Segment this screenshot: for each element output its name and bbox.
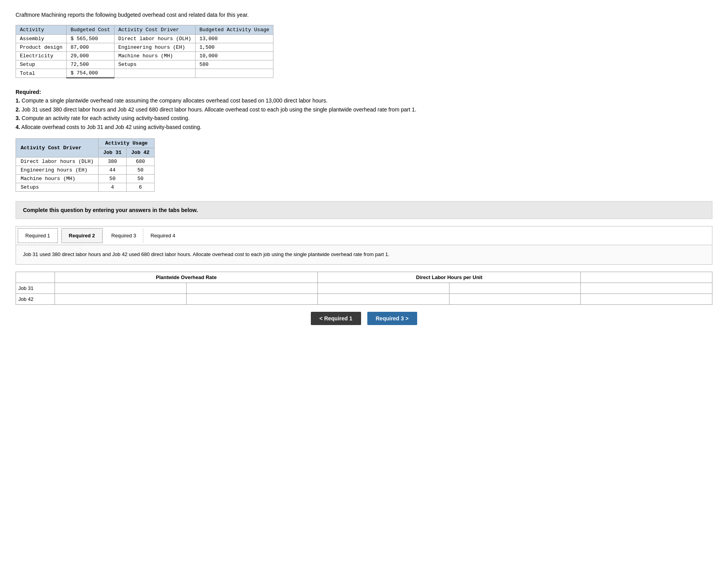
budget-cell: Engineering hours (EH) [114, 43, 195, 52]
activity-table: Activity Cost Driver Activity Usage Job … [16, 138, 155, 192]
tab-content: Job 31 used 380 direct labor hours and J… [16, 245, 712, 265]
activity-cell: 4 [99, 183, 127, 191]
budget-cell: 13,000 [195, 35, 273, 43]
budget-cell: 29,000 [67, 52, 114, 60]
intro-text: Craftmore Machining reports the followin… [16, 12, 712, 18]
main-col-overhead: Overhead Allocated [581, 272, 712, 283]
complete-box: Complete this question by entering your … [16, 201, 712, 219]
activity-cell: Machine hours (MH) [16, 174, 99, 183]
budget-cell: $ 565,500 [67, 35, 114, 43]
activity-cell: Setups [16, 183, 99, 191]
activity-cell: 44 [99, 166, 127, 174]
budget-cell: Setups [114, 60, 195, 69]
main-input-cell[interactable] [322, 296, 445, 302]
budget-col-activity: Activity [16, 25, 67, 35]
budget-cell: 87,000 [67, 43, 114, 52]
main-input-cell[interactable] [59, 296, 182, 302]
budget-cell: Setup [16, 60, 67, 69]
budget-cell: Assembly [16, 35, 67, 43]
activity-cell: Engineering hours (EH) [16, 166, 99, 174]
budget-cell: Total [16, 69, 67, 78]
main-row-label: Job 42 [16, 293, 55, 304]
budget-cell: Direct labor hours (DLH) [114, 35, 195, 43]
main-input-cell[interactable] [453, 296, 577, 302]
main-table: Plantwide Overhead Rate Direct Labor Hou… [16, 272, 712, 305]
activity-cell: 680 [127, 157, 155, 166]
forward-button[interactable]: Required 3 > [367, 312, 417, 325]
main-col-label [16, 272, 55, 283]
budget-cell [195, 69, 273, 78]
bottom-nav: < Required 1 Required 3 > [16, 312, 712, 325]
main-input-cell[interactable] [585, 296, 708, 302]
budget-col-cost: Budgeted Cost [67, 25, 114, 35]
act-col-job42: Job 42 [127, 148, 155, 157]
act-col-job31: Job 31 [99, 148, 127, 157]
activity-cell: 380 [99, 157, 127, 166]
req-1: 1. Compute a single plantwide overhead r… [16, 97, 328, 104]
activity-cell: 50 [127, 166, 155, 174]
budget-cell: 1,500 [195, 43, 273, 52]
budget-cell: Electricity [16, 52, 67, 60]
tabs-row: Required 1 Required 2 Required 3 Require… [16, 226, 712, 245]
main-input-cell[interactable] [585, 285, 708, 291]
main-input-cell[interactable] [322, 285, 445, 291]
req-3: 3. Compute an activity rate for each act… [16, 115, 190, 121]
main-row-label: Job 31 [16, 283, 55, 293]
budget-cell: Product design [16, 43, 67, 52]
budget-col-usage: Budgeted Activity Usage [195, 25, 273, 35]
activity-cell: 50 [99, 174, 127, 183]
act-usage-header: Activity Usage [99, 138, 155, 148]
budget-col-driver: Activity Cost Driver [114, 25, 195, 35]
main-input-cell[interactable] [190, 296, 314, 302]
main-col-dlh: Direct Labor Hours per Unit [318, 272, 581, 283]
budget-cell: 72,500 [67, 60, 114, 69]
tab-required4[interactable]: Required 4 [143, 229, 182, 242]
main-input-cell[interactable] [59, 285, 182, 291]
activity-cell: 6 [127, 183, 155, 191]
required-section: Required: 1. Compute a single plantwide … [16, 88, 712, 131]
back-button[interactable]: < Required 1 [311, 312, 361, 325]
budget-cell: Machine hours (MH) [114, 52, 195, 60]
req-4: 4. Allocate overhead costs to Job 31 and… [16, 124, 201, 130]
tab-required2[interactable]: Required 2 [61, 228, 103, 243]
main-input-cell[interactable] [453, 285, 577, 291]
tab-required3[interactable]: Required 3 [104, 229, 144, 242]
budget-table: Activity Budgeted Cost Activity Cost Dri… [16, 25, 273, 78]
budget-cell: 10,000 [195, 52, 273, 60]
act-col-driver: Activity Cost Driver [16, 138, 99, 157]
activity-cell: Direct labor hours (DLH) [16, 157, 99, 166]
tab-required1[interactable]: Required 1 [18, 228, 58, 243]
budget-cell [114, 69, 195, 78]
main-col-plantwide: Plantwide Overhead Rate [55, 272, 318, 283]
activity-cell: 50 [127, 174, 155, 183]
budget-cell: $ 754,000 [67, 69, 114, 78]
main-input-cell[interactable] [190, 285, 314, 291]
budget-cell: 580 [195, 60, 273, 69]
required-title: Required: [16, 89, 41, 95]
req-2: 2. Job 31 used 380 direct labor hours an… [16, 106, 416, 113]
